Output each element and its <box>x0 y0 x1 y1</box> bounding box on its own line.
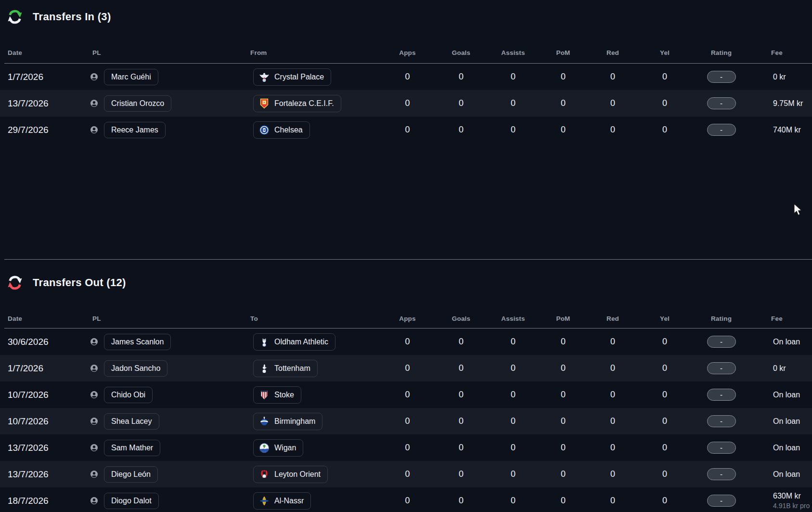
rating-cell: - <box>692 124 751 136</box>
column-header-apps: Apps <box>380 49 435 56</box>
player-name-pill[interactable]: Marc Guéhi <box>104 69 158 85</box>
rating-cell: - <box>692 415 751 427</box>
stat-goals: 0 <box>435 125 488 135</box>
column-header-rating: Rating <box>692 49 751 56</box>
fee-value: On loan <box>773 470 812 479</box>
fee-cell: 9.75M kr <box>751 99 812 108</box>
column-header-red: Red <box>588 315 638 322</box>
stat-yel: 0 <box>638 416 692 426</box>
fee-value: On loan <box>773 417 812 426</box>
transfer-date: 10/7/2026 <box>8 390 90 400</box>
transfer-row: 10/7/2026Chido ObiStoke000000-On loan <box>0 381 812 408</box>
stat-red: 0 <box>588 443 638 453</box>
stat-yel: 0 <box>638 363 692 373</box>
transfer-date: 13/7/2026 <box>8 443 90 453</box>
stat-assists: 0 <box>488 98 539 108</box>
player-name-pill[interactable]: Diego León <box>104 466 158 483</box>
player-name-pill[interactable]: Jadon Sancho <box>104 360 168 377</box>
club-pill[interactable]: Tottenham <box>253 360 318 377</box>
transfers-in-column-headers: DatePLFromAppsGoalsAssistsPoMRedYelRatin… <box>0 34 812 63</box>
club-name-label: Fortaleza C.E.I.F. <box>274 99 334 108</box>
fee-cell: On loan <box>751 337 812 346</box>
transfer-date: 1/7/2026 <box>8 363 90 374</box>
player-cell: Diego León <box>90 466 245 483</box>
fortaleza-ceif-crest-icon <box>258 98 270 109</box>
player-avatar-icon <box>90 417 99 426</box>
fee-cell: 740M kr <box>751 125 812 134</box>
player-avatar-icon <box>90 470 99 479</box>
club-pill[interactable]: Birmingham <box>253 413 322 430</box>
club-pill[interactable]: Stoke <box>253 386 301 404</box>
spacer <box>0 143 812 259</box>
stat-apps: 0 <box>380 469 435 479</box>
player-name-pill[interactable]: Sam Mather <box>104 440 160 456</box>
player-name-pill[interactable]: Cristian Orozco <box>104 95 171 112</box>
column-header-pl: PL <box>90 315 245 322</box>
rating-cell: - <box>692 97 751 109</box>
rating-badge: - <box>707 389 736 401</box>
fee-cell: 630M kr4.91B kr pro <box>751 491 812 510</box>
stat-goals: 0 <box>435 98 488 108</box>
transfers-out-section: Transfers Out (12) DatePLToAppsGoalsAssi… <box>0 260 812 512</box>
player-name-label: James Scanlon <box>111 338 164 346</box>
player-name-label: Sam Mather <box>111 444 153 452</box>
rating-badge: - <box>707 71 736 83</box>
transfers-page: Transfers In (3) DatePLFromAppsGoalsAssi… <box>0 0 812 512</box>
club-cell: Crystal Palace <box>245 68 380 86</box>
player-name-pill[interactable]: Shea Lacey <box>104 413 159 430</box>
stat-pom: 0 <box>539 496 588 506</box>
club-pill[interactable]: Crystal Palace <box>253 68 331 86</box>
rating-badge: - <box>707 336 736 348</box>
transfer-row: 13/7/2026Cristian OrozcoFortaleza C.E.I.… <box>0 90 812 117</box>
player-name-pill[interactable]: Reece James <box>104 122 166 138</box>
stat-pom: 0 <box>539 416 588 426</box>
club-pill[interactable]: Chelsea <box>253 121 310 139</box>
stat-goals: 0 <box>435 337 488 347</box>
transfer-date: 1/7/2026 <box>8 72 90 82</box>
player-cell: Diogo Dalot <box>90 493 245 509</box>
club-pill[interactable]: Leyton Orient <box>253 466 328 483</box>
club-pill[interactable]: Al-Nassr <box>253 492 311 510</box>
column-header-assists: Assists <box>488 315 539 322</box>
column-header-club: To <box>245 315 380 322</box>
stat-red: 0 <box>588 363 638 373</box>
player-name-label: Reece James <box>111 126 158 134</box>
rating-cell: - <box>692 336 751 348</box>
stat-apps: 0 <box>380 416 435 426</box>
transfers-out-table: DatePLToAppsGoalsAssistsPoMRedYelRatingF… <box>0 306 812 512</box>
stoke-crest-icon <box>258 389 270 401</box>
stat-yel: 0 <box>638 98 692 108</box>
fee-value: On loan <box>773 337 812 346</box>
fee-value: 0 kr <box>773 72 812 81</box>
club-cell: Birmingham <box>245 413 380 430</box>
rating-badge: - <box>707 468 736 480</box>
stat-goals: 0 <box>435 496 488 506</box>
transfer-date: 13/7/2026 <box>8 469 90 480</box>
club-name-label: Chelsea <box>274 126 303 134</box>
club-pill[interactable]: Wigan <box>253 439 303 457</box>
stat-yel: 0 <box>638 72 692 82</box>
player-avatar-icon <box>90 72 99 81</box>
player-cell: Shea Lacey <box>90 413 245 430</box>
transfer-row: 1/7/2026Marc GuéhiCrystal Palace000000-0… <box>0 64 812 90</box>
stat-pom: 0 <box>539 469 588 479</box>
player-name-pill[interactable]: James Scanlon <box>104 334 171 350</box>
player-name-label: Chido Obi <box>111 391 145 399</box>
fee-subvalue: 4.91B kr pro <box>773 502 812 510</box>
player-name-pill[interactable]: Chido Obi <box>104 387 153 403</box>
stat-goals: 0 <box>435 443 488 453</box>
stat-pom: 0 <box>539 390 588 400</box>
rating-badge: - <box>707 442 736 454</box>
player-cell: James Scanlon <box>90 334 245 350</box>
stat-red: 0 <box>588 72 638 82</box>
transfers-in-icon <box>6 8 24 26</box>
player-name-pill[interactable]: Diogo Dalot <box>104 493 159 509</box>
club-pill[interactable]: Fortaleza C.E.I.F. <box>253 95 341 112</box>
player-avatar-icon <box>90 337 99 346</box>
stat-goals: 0 <box>435 469 488 479</box>
stat-assists: 0 <box>488 72 539 82</box>
stat-apps: 0 <box>380 363 435 373</box>
fee-cell: On loan <box>751 390 812 399</box>
stat-yel: 0 <box>638 443 692 453</box>
club-pill[interactable]: Oldham Athletic <box>253 333 335 351</box>
